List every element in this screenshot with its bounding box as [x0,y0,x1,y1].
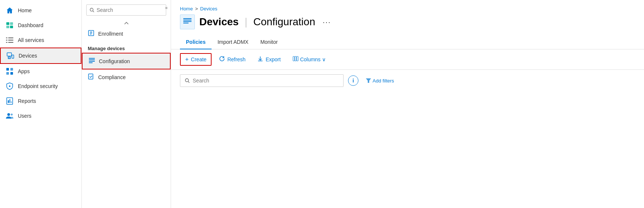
create-button[interactable]: + Create [180,53,212,66]
svg-rect-35 [88,74,93,79]
svg-rect-20 [8,100,9,103]
svg-point-18 [9,85,10,87]
breadcrumb-current[interactable]: Devices [200,6,217,12]
search-icon [185,78,190,83]
enrollment-icon [88,30,94,38]
svg-rect-37 [183,20,191,20]
sub-sidebar-search-container[interactable] [86,4,166,16]
sidebar-item-home[interactable]: Home [0,3,81,18]
sidebar-item-dashboard-label: Dashboard [18,22,44,28]
svg-rect-42 [293,56,294,61]
svg-rect-8 [6,42,7,43]
scroll-up-indicator [82,20,171,26]
sub-sidebar-item-compliance[interactable]: Compliance [82,69,171,85]
refresh-label: Refresh [227,56,245,62]
svg-rect-44 [297,56,298,61]
compliance-label: Compliance [98,74,126,80]
page-title-separator: | [245,16,247,28]
sidebar-item-all-services[interactable]: All services [0,33,81,48]
svg-line-26 [93,11,94,12]
tabs-bar: Policies Import ADMX Monitor [171,35,644,49]
search-box[interactable] [180,74,344,87]
more-options-button[interactable]: ··· [323,18,331,26]
sub-sidebar-item-enrollment[interactable]: Enrollment [82,26,171,41]
tab-import-admx[interactable]: Import ADMX [212,35,254,49]
svg-rect-17 [10,72,13,75]
sidebar-item-apps[interactable]: Apps [0,64,81,79]
sub-sidebar-item-configuration[interactable]: Configuration [82,53,171,69]
search-area: i Add filters [171,70,644,91]
svg-rect-21 [9,99,10,103]
page-title-row: Devices | Configuration ··· [180,14,635,29]
svg-rect-22 [11,101,12,103]
sidebar-item-reports-label: Reports [18,98,36,104]
sidebar-item-endpoint-security[interactable]: Endpoint security [0,79,81,94]
svg-rect-38 [183,21,191,22]
sidebar-item-endpoint-security-label: Endpoint security [18,83,58,89]
svg-rect-15 [10,68,13,71]
svg-rect-33 [89,61,95,62]
svg-rect-2 [6,26,9,28]
main-content: « Enrollment Manage devices [82,0,644,208]
sidebar-item-all-services-label: All services [18,37,44,43]
svg-point-45 [185,79,189,82]
svg-rect-43 [295,56,296,61]
breadcrumb: Home > Devices [180,6,635,12]
columns-icon [293,56,299,63]
sidebar-item-apps-label: Apps [18,68,30,74]
svg-rect-0 [6,22,9,25]
add-filters-label: Add filters [373,78,394,84]
right-panel: Home > Devices Devices | Configuration ·… [171,0,644,208]
export-icon [257,56,263,63]
export-button[interactable]: Export [253,53,285,65]
security-icon [6,82,13,90]
sub-sidebar-collapse-btn[interactable]: « [165,5,168,10]
plus-icon: + [185,56,189,63]
breadcrumb-home[interactable]: Home [180,6,193,12]
sidebar-item-users[interactable]: Users [0,108,81,123]
sub-sidebar-search-input[interactable] [97,7,163,13]
devices-icon [7,52,14,59]
users-icon [6,112,13,120]
page-subtitle: Configuration [253,16,315,28]
page-header: Home > Devices Devices | Configuration ·… [171,0,644,32]
tab-policies[interactable]: Policies [180,35,212,49]
info-button[interactable]: i [348,75,358,86]
compliance-icon [88,73,94,81]
configuration-label: Configuration [99,58,130,64]
breadcrumb-separator: > [195,6,198,12]
svg-rect-32 [89,59,95,60]
svg-point-23 [7,113,10,116]
svg-rect-9 [8,42,13,43]
columns-label: Columns [300,56,321,62]
svg-line-46 [188,81,189,82]
sub-sidebar: « Enrollment Manage devices [82,0,171,208]
svg-rect-6 [6,40,7,40]
page-title: Devices [199,16,239,28]
svg-rect-34 [89,62,93,63]
sidebar-item-users-label: Users [18,113,32,119]
page-icon [180,14,195,29]
svg-rect-39 [183,23,189,23]
svg-rect-4 [6,38,7,38]
all-services-icon [6,36,13,44]
sidebar-item-dashboard[interactable]: Dashboard [0,18,81,33]
toolbar: + Create Refresh [171,49,644,70]
svg-rect-7 [8,40,13,40]
sidebar-item-reports[interactable]: Reports [0,94,81,108]
search-input[interactable] [193,78,339,84]
svg-rect-36 [183,18,191,19]
tab-monitor[interactable]: Monitor [254,35,284,49]
svg-rect-5 [8,38,13,38]
svg-rect-12 [12,55,14,58]
svg-point-25 [90,8,93,11]
columns-button[interactable]: Columns ∨ [288,53,330,65]
svg-rect-1 [10,22,13,25]
enrollment-label: Enrollment [98,31,123,37]
add-filters-button[interactable]: Add filters [363,77,397,85]
refresh-button[interactable]: Refresh [215,53,250,65]
columns-chevron-icon: ∨ [322,56,326,62]
svg-point-24 [11,114,13,116]
svg-rect-10 [7,53,12,56]
sidebar-item-devices[interactable]: Devices [0,48,81,64]
